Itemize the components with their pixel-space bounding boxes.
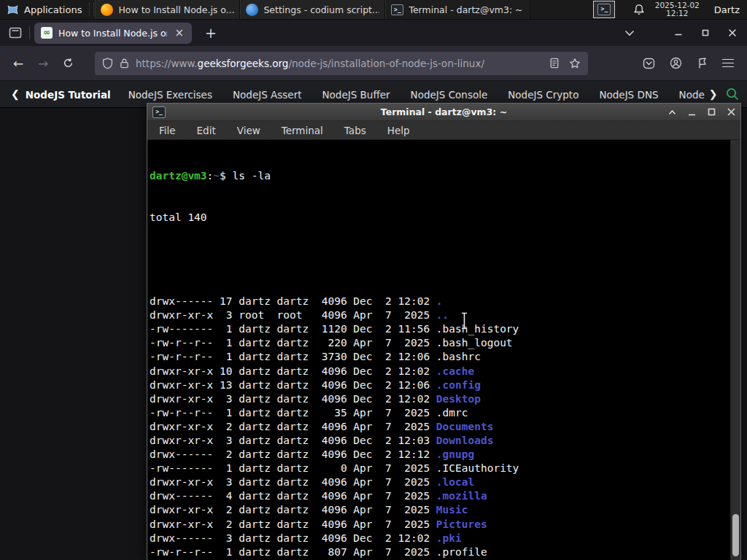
file-name: Documents: [436, 421, 494, 432]
prompt-cwd: ~: [213, 170, 220, 182]
pocket-icon[interactable]: [643, 58, 655, 69]
panel-user-menu[interactable]: Dartz: [710, 4, 740, 15]
file-meta: drwxr-xr-x 3 dartz dartz 4096 Apr 7 2025: [150, 476, 436, 488]
file-name: .pki: [436, 532, 462, 544]
nav-link[interactable]: NodeJS Console: [411, 89, 488, 101]
file-name: .bash_history: [436, 323, 519, 335]
maximize-icon[interactable]: [708, 108, 716, 116]
urlbar-page-actions: [549, 58, 581, 69]
menu-item[interactable]: Edit: [193, 123, 220, 138]
file-meta: drwxr-xr-x 3 dartz dartz 4096 Dec 2 12:0…: [150, 393, 436, 405]
terminal-icon: >_: [391, 4, 403, 15]
listing-line: -rw------- 1 dartz dartz 0 Apr 7 2025 .I…: [150, 462, 730, 475]
menu-item[interactable]: Help: [384, 123, 414, 138]
account-icon[interactable]: [670, 57, 682, 69]
tracking-shield-icon[interactable]: [102, 58, 113, 69]
terminal-body[interactable]: dartz@vm3:~$ ls -la total 140 drwx------…: [147, 140, 740, 560]
reload-icon[interactable]: [57, 52, 79, 74]
file-name: Desktop: [436, 393, 481, 405]
reader-mode-icon[interactable]: [549, 58, 560, 69]
nav-links: NodeJS TutorialNodeJS ExercisesNodeJS As…: [26, 88, 725, 101]
gfg-favicon: ∞: [41, 27, 53, 39]
bookmark-star-icon[interactable]: [569, 58, 581, 69]
top-panel: Applications How to Install Node.js o...…: [0, 0, 747, 20]
file-meta: drwx------ 2 dartz dartz 4096 Dec 2 12:1…: [150, 448, 436, 460]
taskbar-window-codium[interactable]: Settings - codium script...: [240, 0, 385, 19]
tab-how-to-install-nodejs[interactable]: ∞ How to Install Node.js on ×: [34, 23, 192, 44]
app-menu-icon[interactable]: [722, 59, 734, 68]
file-name: .cache: [436, 365, 474, 377]
tray-terminal-icon[interactable]: >_: [593, 1, 615, 18]
notification-bell-icon[interactable]: [633, 4, 645, 15]
file-meta: drwxr-xr-x 3 dartz dartz 4096 Dec 2 12:0…: [150, 435, 436, 446]
clock-time: 12:12: [666, 9, 688, 18]
listing-line: -rw-r--r-- 1 dartz dartz 3730 Dec 2 12:0…: [150, 350, 730, 364]
file-meta: -rw------- 1 dartz dartz 1120 Dec 2 11:5…: [150, 323, 436, 335]
search-icon[interactable]: [725, 87, 740, 101]
file-meta: drwxr-xr-x 2 dartz dartz 4096 Apr 7 2025: [150, 421, 436, 432]
file-meta: drwx------ 4 dartz dartz 4096 Apr 7 2025: [150, 490, 436, 502]
tab-bar: ∞ How to Install Node.js on × +: [0, 20, 747, 46]
system-tray: >_: [593, 0, 615, 19]
menu-item[interactable]: View: [233, 123, 264, 138]
navigation-toolbar: ← → https://www.geeksforgeeks.org/node-j…: [0, 46, 747, 81]
file-name: .dmrc: [436, 407, 468, 419]
tasklist-grip: [89, 3, 94, 16]
minimize-icon[interactable]: [688, 109, 696, 116]
firefox-icon: [101, 4, 113, 16]
nav-link[interactable]: NodeJS Crypto: [508, 89, 578, 101]
panel-clock[interactable]: 2025-12-02 12:12: [655, 1, 700, 18]
close-icon[interactable]: [728, 28, 737, 37]
xubuntu-logo-icon: [7, 4, 19, 16]
listing-line: drwxr-xr-x 13 dartz dartz 4096 Dec 2 12:…: [150, 378, 730, 392]
menu-item[interactable]: Terminal: [278, 123, 327, 138]
file-name: ..: [436, 309, 449, 321]
taskbar-window-terminal[interactable]: >_ Terminal - dartz@vm3: ~: [385, 0, 530, 19]
rollup-icon[interactable]: [668, 109, 676, 115]
menu-item[interactable]: Tabs: [341, 123, 370, 138]
listing-line: drwxr-xr-x 3 dartz dartz 4096 Dec 2 12:0…: [150, 392, 730, 406]
nav-link[interactable]: NodeJS Exercises: [128, 89, 212, 101]
file-name: .profile: [436, 546, 487, 558]
prompt-line: dartz@vm3:~$ ls -la: [150, 169, 730, 183]
terminal-window: >_ Terminal - dartz@vm3: ~ FileEditViewT…: [147, 103, 741, 560]
terminal-icon: >_: [597, 4, 611, 15]
new-tab-button[interactable]: +: [201, 25, 221, 41]
nav-link[interactable]: NodeJS DNS: [599, 89, 658, 101]
back-button[interactable]: ←: [7, 52, 29, 74]
terminal-menubar: FileEditViewTerminalTabsHelp: [147, 121, 740, 140]
nav-scroll-right-icon[interactable]: ❯: [709, 88, 718, 100]
listing-line: drwxr-xr-x 3 root root 4096 Apr 7 2025 .…: [150, 308, 730, 322]
maximize-icon[interactable]: [702, 29, 709, 36]
scrollbar-thumb[interactable]: [732, 514, 739, 556]
file-meta: drwxr-xr-x 2 dartz dartz 4096 Apr 7 2025: [150, 518, 436, 530]
terminal-title: Terminal - dartz@vm3: ~: [147, 106, 740, 117]
nav-link[interactable]: NodeJS Buffer: [322, 89, 390, 101]
minimize-icon[interactable]: [674, 28, 683, 37]
firefox-view-icon[interactable]: [6, 23, 25, 42]
file-name: .mozilla: [436, 490, 487, 502]
listing-line: drwxr-xr-x 2 dartz dartz 4096 Apr 7 2025…: [150, 518, 730, 532]
nav-link[interactable]: NodeJS Tutorial: [26, 89, 111, 101]
file-meta: drwx------ 17 dartz dartz 4096 Dec 2 12:…: [150, 295, 436, 307]
url-text: https://www.geeksforgeeks.org/node-js/in…: [136, 58, 484, 69]
nav-link[interactable]: NodeJS Assert: [233, 89, 302, 101]
lock-icon[interactable]: [120, 58, 129, 69]
url-bar[interactable]: https://www.geeksforgeeks.org/node-js/in…: [95, 52, 588, 75]
tab-close-icon[interactable]: ×: [173, 26, 185, 39]
listing-line: -rw-r--r-- 1 dartz dartz 220 Apr 7 2025 …: [150, 336, 730, 350]
close-icon[interactable]: [727, 108, 735, 116]
desktop: Applications How to Install Node.js o...…: [0, 0, 747, 560]
menu-item[interactable]: File: [155, 123, 179, 138]
listing-line: drwx------ 2 dartz dartz 4096 Dec 2 12:1…: [150, 448, 730, 462]
applications-menu[interactable]: Applications: [0, 0, 88, 19]
nav-scroll-left-icon[interactable]: ❮: [11, 88, 20, 100]
list-tabs-chevron-icon[interactable]: [624, 30, 635, 36]
listing-line: -rw-r--r-- 1 dartz dartz 807 Apr 7 2025 …: [150, 545, 730, 559]
terminal-scrollbar[interactable]: [730, 140, 740, 560]
taskbar-window-firefox[interactable]: How to Install Node.js o...: [95, 0, 240, 19]
file-name: .local: [436, 476, 474, 488]
terminal-titlebar[interactable]: >_ Terminal - dartz@vm3: ~: [147, 104, 740, 121]
extensions-icon[interactable]: [697, 58, 708, 69]
nav-link[interactable]: Node: [679, 89, 705, 101]
